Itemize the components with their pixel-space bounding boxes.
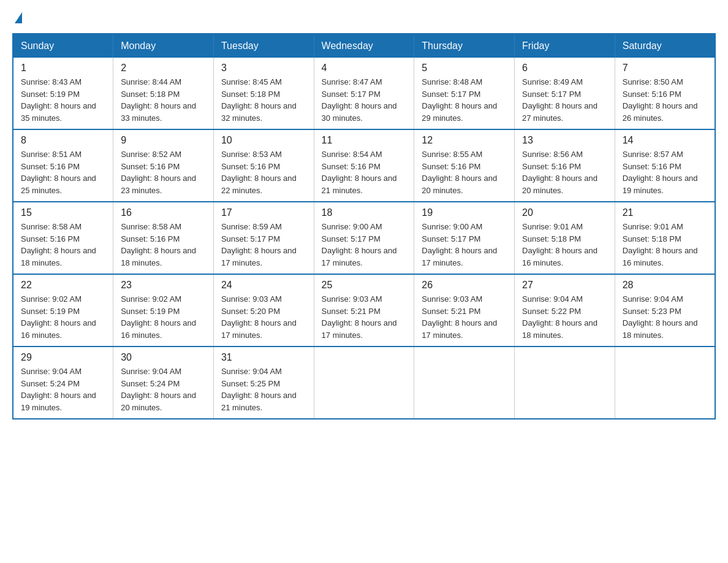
col-header-thursday: Thursday <box>414 34 515 58</box>
day-info: Sunrise: 9:00 AMSunset: 5:17 PMDaylight:… <box>422 221 507 269</box>
calendar-cell: 2Sunrise: 8:44 AMSunset: 5:18 PMDaylight… <box>113 58 214 129</box>
day-number: 24 <box>221 280 306 291</box>
col-header-tuesday: Tuesday <box>213 34 314 58</box>
logo <box>12 12 22 23</box>
day-info: Sunrise: 8:53 AMSunset: 5:16 PMDaylight:… <box>221 148 306 196</box>
day-number: 8 <box>21 135 105 146</box>
calendar-header-row: SundayMondayTuesdayWednesdayThursdayFrid… <box>13 34 715 58</box>
day-info: Sunrise: 9:04 AMSunset: 5:25 PMDaylight:… <box>221 366 306 413</box>
day-number: 1 <box>21 63 105 74</box>
calendar-cell: 15Sunrise: 8:58 AMSunset: 5:16 PMDayligh… <box>13 202 113 274</box>
day-info: Sunrise: 8:58 AMSunset: 5:16 PMDaylight:… <box>21 221 105 269</box>
page-header <box>12 12 716 23</box>
day-number: 2 <box>121 63 206 74</box>
day-number: 7 <box>623 63 707 74</box>
calendar-cell: 24Sunrise: 9:03 AMSunset: 5:20 PMDayligh… <box>213 274 314 347</box>
calendar-cell: 31Sunrise: 9:04 AMSunset: 5:25 PMDayligh… <box>213 347 314 419</box>
calendar-cell: 11Sunrise: 8:54 AMSunset: 5:16 PMDayligh… <box>314 129 414 202</box>
day-info: Sunrise: 8:55 AMSunset: 5:16 PMDaylight:… <box>422 148 507 196</box>
day-number: 23 <box>121 280 206 291</box>
calendar-cell: 28Sunrise: 9:04 AMSunset: 5:23 PMDayligh… <box>615 274 715 347</box>
calendar-cell: 26Sunrise: 9:03 AMSunset: 5:21 PMDayligh… <box>414 274 515 347</box>
day-info: Sunrise: 8:52 AMSunset: 5:16 PMDaylight:… <box>121 148 206 196</box>
day-info: Sunrise: 8:51 AMSunset: 5:16 PMDaylight:… <box>21 148 105 196</box>
day-number: 30 <box>121 352 206 363</box>
calendar-cell: 4Sunrise: 8:47 AMSunset: 5:17 PMDaylight… <box>314 58 414 129</box>
calendar-cell: 16Sunrise: 8:58 AMSunset: 5:16 PMDayligh… <box>113 202 214 274</box>
calendar-cell: 18Sunrise: 9:00 AMSunset: 5:17 PMDayligh… <box>314 202 414 274</box>
calendar-cell: 25Sunrise: 9:03 AMSunset: 5:21 PMDayligh… <box>314 274 414 347</box>
day-number: 4 <box>322 63 407 74</box>
calendar-cell: 3Sunrise: 8:45 AMSunset: 5:18 PMDaylight… <box>213 58 314 129</box>
day-info: Sunrise: 8:48 AMSunset: 5:17 PMDaylight:… <box>422 76 507 124</box>
day-info: Sunrise: 8:45 AMSunset: 5:18 PMDaylight:… <box>221 76 306 124</box>
calendar-cell: 7Sunrise: 8:50 AMSunset: 5:16 PMDaylight… <box>615 58 715 129</box>
day-number: 18 <box>322 207 407 218</box>
day-number: 17 <box>221 207 306 218</box>
calendar-week-row: 8Sunrise: 8:51 AMSunset: 5:16 PMDaylight… <box>13 129 715 202</box>
day-number: 12 <box>422 135 507 146</box>
day-info: Sunrise: 9:04 AMSunset: 5:23 PMDaylight:… <box>623 293 707 341</box>
day-number: 25 <box>322 280 407 291</box>
day-info: Sunrise: 9:03 AMSunset: 5:20 PMDaylight:… <box>221 293 306 341</box>
calendar-cell: 14Sunrise: 8:57 AMSunset: 5:16 PMDayligh… <box>615 129 715 202</box>
day-info: Sunrise: 8:58 AMSunset: 5:16 PMDaylight:… <box>121 221 206 269</box>
col-header-saturday: Saturday <box>615 34 715 58</box>
calendar-cell: 17Sunrise: 8:59 AMSunset: 5:17 PMDayligh… <box>213 202 314 274</box>
day-info: Sunrise: 9:04 AMSunset: 5:22 PMDaylight:… <box>522 293 607 341</box>
calendar-cell: 21Sunrise: 9:01 AMSunset: 5:18 PMDayligh… <box>615 202 715 274</box>
calendar-cell <box>314 347 414 419</box>
col-header-monday: Monday <box>113 34 214 58</box>
day-number: 28 <box>623 280 707 291</box>
calendar-cell: 20Sunrise: 9:01 AMSunset: 5:18 PMDayligh… <box>515 202 615 274</box>
col-header-wednesday: Wednesday <box>314 34 414 58</box>
day-info: Sunrise: 8:44 AMSunset: 5:18 PMDaylight:… <box>121 76 206 124</box>
day-info: Sunrise: 8:56 AMSunset: 5:16 PMDaylight:… <box>522 148 607 196</box>
day-info: Sunrise: 9:04 AMSunset: 5:24 PMDaylight:… <box>121 366 206 413</box>
calendar-cell: 10Sunrise: 8:53 AMSunset: 5:16 PMDayligh… <box>213 129 314 202</box>
day-number: 29 <box>21 352 105 363</box>
calendar-cell: 29Sunrise: 9:04 AMSunset: 5:24 PMDayligh… <box>13 347 113 419</box>
calendar-cell: 6Sunrise: 8:49 AMSunset: 5:17 PMDaylight… <box>515 58 615 129</box>
day-info: Sunrise: 9:00 AMSunset: 5:17 PMDaylight:… <box>322 221 407 269</box>
day-number: 9 <box>121 135 206 146</box>
calendar-cell: 27Sunrise: 9:04 AMSunset: 5:22 PMDayligh… <box>515 274 615 347</box>
day-number: 11 <box>322 135 407 146</box>
col-header-friday: Friday <box>515 34 615 58</box>
day-number: 21 <box>623 207 707 218</box>
calendar-cell: 8Sunrise: 8:51 AMSunset: 5:16 PMDaylight… <box>13 129 113 202</box>
day-number: 20 <box>522 207 607 218</box>
day-number: 16 <box>121 207 206 218</box>
day-info: Sunrise: 9:02 AMSunset: 5:19 PMDaylight:… <box>21 293 105 341</box>
day-info: Sunrise: 8:57 AMSunset: 5:16 PMDaylight:… <box>623 148 707 196</box>
day-number: 5 <box>422 63 507 74</box>
day-number: 10 <box>221 135 306 146</box>
calendar-week-row: 15Sunrise: 8:58 AMSunset: 5:16 PMDayligh… <box>13 202 715 274</box>
calendar-cell: 23Sunrise: 9:02 AMSunset: 5:19 PMDayligh… <box>113 274 214 347</box>
day-number: 14 <box>623 135 707 146</box>
calendar-cell <box>615 347 715 419</box>
day-info: Sunrise: 8:59 AMSunset: 5:17 PMDaylight:… <box>221 221 306 269</box>
day-number: 19 <box>422 207 507 218</box>
day-number: 3 <box>221 63 306 74</box>
logo-triangle-icon <box>15 12 22 23</box>
day-number: 6 <box>522 63 607 74</box>
col-header-sunday: Sunday <box>13 34 113 58</box>
day-number: 31 <box>221 352 306 363</box>
calendar-cell <box>414 347 515 419</box>
day-info: Sunrise: 9:01 AMSunset: 5:18 PMDaylight:… <box>623 221 707 269</box>
day-info: Sunrise: 9:01 AMSunset: 5:18 PMDaylight:… <box>522 221 607 269</box>
day-info: Sunrise: 8:54 AMSunset: 5:16 PMDaylight:… <box>322 148 407 196</box>
day-number: 15 <box>21 207 105 218</box>
calendar-cell: 1Sunrise: 8:43 AMSunset: 5:19 PMDaylight… <box>13 58 113 129</box>
calendar-cell <box>515 347 615 419</box>
day-number: 27 <box>522 280 607 291</box>
day-info: Sunrise: 9:04 AMSunset: 5:24 PMDaylight:… <box>21 366 105 413</box>
day-info: Sunrise: 9:03 AMSunset: 5:21 PMDaylight:… <box>422 293 507 341</box>
calendar-week-row: 1Sunrise: 8:43 AMSunset: 5:19 PMDaylight… <box>13 58 715 129</box>
calendar-cell: 22Sunrise: 9:02 AMSunset: 5:19 PMDayligh… <box>13 274 113 347</box>
day-info: Sunrise: 8:49 AMSunset: 5:17 PMDaylight:… <box>522 76 607 124</box>
calendar-week-row: 22Sunrise: 9:02 AMSunset: 5:19 PMDayligh… <box>13 274 715 347</box>
calendar-cell: 13Sunrise: 8:56 AMSunset: 5:16 PMDayligh… <box>515 129 615 202</box>
day-number: 22 <box>21 280 105 291</box>
